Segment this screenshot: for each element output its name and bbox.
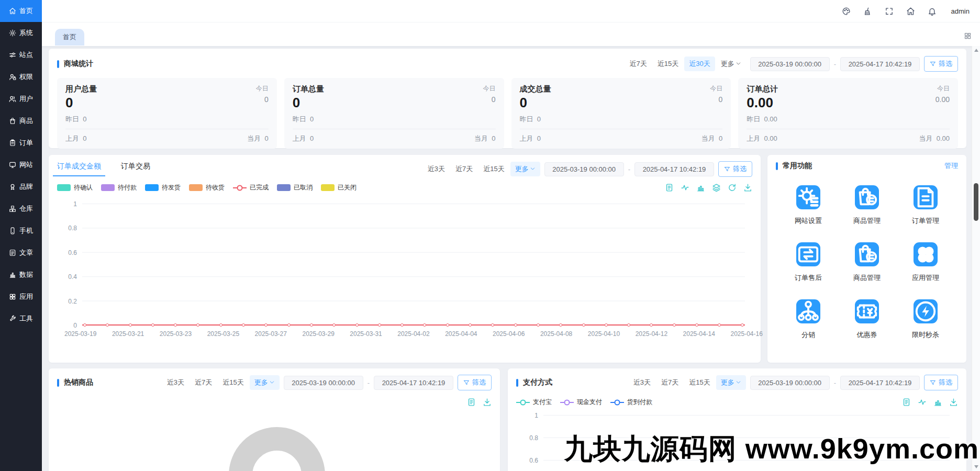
yesterday-row: 昨日 0 <box>293 115 496 124</box>
legend-item-cancelled[interactable]: 已取消 <box>277 183 313 192</box>
date-start-input[interactable]: 2025-03-19 00:00:00 <box>544 162 624 176</box>
download-icon[interactable] <box>743 183 752 192</box>
sidebar-item-label: 仓库 <box>19 204 33 214</box>
quick-item-goods-manage-2[interactable]: 商品管理 <box>853 242 881 283</box>
quick-item-app-manage[interactable]: 应用管理 <box>912 242 939 283</box>
quick-item-seckill[interactable]: 限时秒杀 <box>912 299 939 340</box>
quick-item-coupon[interactable]: 优惠券 <box>855 299 879 340</box>
legend-item-alipay[interactable]: 支付宝 <box>516 398 552 407</box>
scroll-up-arrow[interactable] <box>974 49 978 52</box>
line-chart-icon[interactable] <box>681 183 689 192</box>
preset-7days[interactable]: 近7天 <box>190 375 217 390</box>
quick-item-site-settings[interactable]: 网站设置 <box>795 185 822 226</box>
sidebar-item-tools[interactable]: 工具 <box>0 308 42 330</box>
tab-order-trade[interactable]: 订单交易 <box>121 162 150 176</box>
tab-home[interactable]: 首页 <box>55 29 84 46</box>
sidebar-item-warehouse[interactable]: 仓库 <box>0 198 42 220</box>
date-start-input[interactable]: 2025-03-19 00:00:00 <box>750 376 830 390</box>
preset-15days[interactable]: 近15天 <box>478 162 509 176</box>
username[interactable]: admin <box>951 7 970 15</box>
legend-item-pending-confirm[interactable]: 待确认 <box>57 183 93 192</box>
sidebar-item-data[interactable]: 数据 <box>0 264 42 286</box>
data-view-icon[interactable] <box>467 398 476 407</box>
sidebar-item-system[interactable]: 系统 <box>0 22 42 44</box>
filter-button[interactable]: 筛选 <box>718 161 752 177</box>
legend-item-cash[interactable]: 现金支付 <box>560 398 602 407</box>
filter-button[interactable]: 筛选 <box>924 56 958 72</box>
palette-icon[interactable] <box>842 7 851 16</box>
download-icon[interactable] <box>949 398 958 407</box>
tab-options-grid-icon[interactable] <box>964 32 972 40</box>
bell-icon[interactable] <box>928 7 937 16</box>
sidebar-item-users[interactable]: 用户 <box>0 88 42 110</box>
app-manage-icon <box>914 242 938 266</box>
legend-item-pending-ship[interactable]: 待发货 <box>145 183 181 192</box>
date-end-input[interactable]: 2025-04-17 10:42:19 <box>840 376 920 390</box>
vertical-scrollbar[interactable] <box>972 46 980 471</box>
preset-3days[interactable]: 近3天 <box>423 162 450 176</box>
manage-link[interactable]: 管理 <box>944 161 958 171</box>
data-view-icon[interactable] <box>902 398 911 407</box>
preset-3days[interactable]: 近3天 <box>629 375 655 390</box>
shopping-bag-icon <box>9 117 16 125</box>
quick-item-order-manage[interactable]: 订单管理 <box>912 185 939 226</box>
quick-item-aftersale[interactable]: 订单售后 <box>795 242 822 283</box>
sidebar-item-orders[interactable]: 订单 <box>0 132 42 154</box>
y-tick-label: 0.8 <box>68 225 77 232</box>
sidebar-item-home[interactable]: 首页 <box>0 0 42 22</box>
sidebar-item-apps[interactable]: 应用 <box>0 286 42 308</box>
quick-item-distribution[interactable]: 分销 <box>796 299 820 340</box>
data-view-icon[interactable] <box>665 183 674 192</box>
legend-item-closed[interactable]: 已关闭 <box>321 183 357 192</box>
legend-swatch <box>145 184 159 191</box>
date-end-input[interactable]: 2025-04-17 10:42:19 <box>374 376 453 390</box>
preset-15days[interactable]: 近15天 <box>684 375 715 390</box>
fullscreen-icon[interactable] <box>885 7 894 16</box>
date-start-input[interactable]: 2025-03-19 00:00:00 <box>284 376 363 390</box>
stat-title: 成交总量 <box>520 84 551 94</box>
data-point-marker <box>491 323 494 327</box>
preset-7days[interactable]: 近7天 <box>625 57 651 71</box>
tab-order-amount[interactable]: 订单成交金额 <box>57 162 101 176</box>
preset-more[interactable]: 更多 <box>716 375 746 390</box>
legend-item-cod[interactable]: 货到付款 <box>610 398 652 407</box>
preset-15days[interactable]: 近15天 <box>653 57 683 71</box>
bar-chart-icon[interactable] <box>696 183 705 192</box>
filter-button[interactable]: 筛选 <box>458 375 492 390</box>
quick-functions-grid: 网站设置 商品管理 订单管理 订单售后 商品管理 应用管理 <box>776 171 958 340</box>
preset-more[interactable]: 更多 <box>510 162 540 176</box>
date-end-input[interactable]: 2025-04-17 10:42:19 <box>634 162 714 176</box>
broom-icon[interactable] <box>863 7 872 16</box>
quick-item-goods-manage[interactable]: 商品管理 <box>853 185 881 226</box>
sidebar-item-permission[interactable]: 权限 <box>0 66 42 88</box>
stack-icon[interactable] <box>712 183 721 192</box>
pay-filter-group: 近3天 近7天 近15天 更多 2025-03-19 00:00:00 - 20… <box>629 375 958 390</box>
download-icon[interactable] <box>483 398 492 407</box>
refresh-icon[interactable] <box>728 183 737 192</box>
sidebar-item-brand[interactable]: 品牌 <box>0 176 42 198</box>
sidebar-item-label: 站点 <box>19 50 33 60</box>
preset-more[interactable]: 更多 <box>716 57 746 71</box>
preset-30days[interactable]: 近30天 <box>684 57 715 71</box>
preset-7days[interactable]: 近7天 <box>451 162 477 176</box>
sidebar-item-site[interactable]: 站点 <box>0 44 42 66</box>
preset-3days[interactable]: 近3天 <box>162 375 189 390</box>
preset-more[interactable]: 更多 <box>250 375 280 390</box>
date-start-input[interactable]: 2025-03-19 00:00:00 <box>750 57 830 71</box>
home-icon[interactable] <box>906 7 915 16</box>
sidebar-item-article[interactable]: 文章 <box>0 242 42 264</box>
legend-item-pending-receive[interactable]: 待收货 <box>189 183 225 192</box>
sidebar-item-website[interactable]: 网站 <box>0 154 42 176</box>
sidebar-item-mobile[interactable]: 手机 <box>0 220 42 242</box>
sidebar-item-goods[interactable]: 商品 <box>0 110 42 132</box>
bar-chart-icon[interactable] <box>933 398 942 407</box>
date-end-input[interactable]: 2025-04-17 10:42:19 <box>840 57 920 71</box>
x-tick-label: 2025-03-31 <box>350 330 382 338</box>
filter-button[interactable]: 筛选 <box>924 375 958 390</box>
preset-7days[interactable]: 近7天 <box>656 375 683 390</box>
scrollbar-thumb[interactable] <box>974 183 978 221</box>
legend-item-completed[interactable]: 已完成 <box>233 183 269 192</box>
preset-15days[interactable]: 近15天 <box>218 375 248 390</box>
line-chart-icon[interactable] <box>918 398 927 407</box>
legend-item-pending-pay[interactable]: 待付款 <box>101 183 137 192</box>
